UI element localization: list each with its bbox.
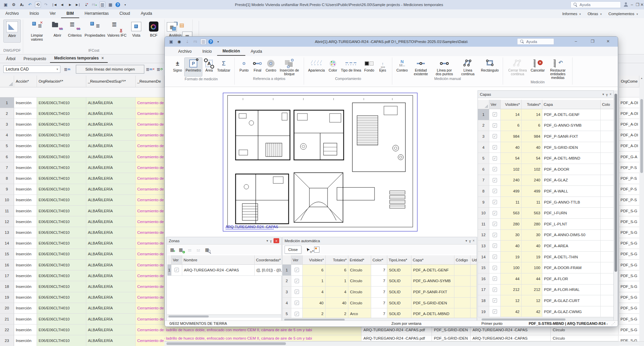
cell-orgrelacion[interactable]: E06/E06CLTH010 <box>37 270 86 281</box>
cell-visibles[interactable]: 40 <box>501 241 522 252</box>
table-row[interactable]: 19InserciónE06/E06CLTH010ALBAÑILERÍACerr… <box>0 292 164 303</box>
cell-color[interactable] <box>601 197 613 208</box>
cell-orgrelacion[interactable]: E06/E06CLTH010 <box>37 108 86 119</box>
cell-capa[interactable]: PDF_G-ANNO-TTLB <box>542 197 601 208</box>
cell-ver[interactable]: ✓ <box>291 308 303 318</box>
cell-orgrelacion[interactable]: E06/E06CLTH010 <box>37 97 86 108</box>
close-button[interactable]: ✕ <box>640 0 644 9</box>
menu-right-informes[interactable]: Informes ▾ <box>559 12 583 16</box>
cell-resumen[interactable]: Cerramiento de ladrillo de hueco doble, … <box>136 130 164 141</box>
cell-ver[interactable]: ✓ <box>489 219 501 230</box>
cell-accion[interactable]: Inserción <box>14 152 37 162</box>
cell-totales[interactable]: 2 <box>326 308 348 318</box>
cell-resumen[interactable]: Cerramiento de ladrillo de hueco doble, … <box>136 314 164 325</box>
f5-icon[interactable]: F5● <box>91 2 97 8</box>
medicion-header-codigo[interactable]: Código <box>454 255 470 265</box>
row-number[interactable]: 16 <box>0 260 14 270</box>
header-accion[interactable]: Acción* <box>14 76 37 87</box>
cell-visibles[interactable]: 30 <box>501 230 522 241</box>
checkbox-checked-icon[interactable]: ✓ <box>493 123 497 128</box>
línea-por-dos-puntos-button[interactable]: Línea por dos puntos <box>433 57 456 76</box>
cell-orgcome[interactable]: PDF_S-G <box>619 260 639 270</box>
capas-row[interactable]: 8✓499499PDF_A-WALL <box>478 186 613 197</box>
cell-orgrelacion[interactable]: E06/E06CLTH010 <box>37 249 86 260</box>
row-number[interactable]: 11 <box>478 219 489 230</box>
área-button[interactable]: AÁrea <box>202 57 216 76</box>
menu-herramientas[interactable]: Herramientas <box>79 9 114 18</box>
cell-accion[interactable]: Inserción <box>14 130 37 141</box>
cell-visibles[interactable]: 11 <box>501 197 522 208</box>
measure-refresh-icon[interactable]: ≣⟳ <box>156 65 164 73</box>
row-number[interactable]: 22 <box>0 325 14 335</box>
save-icon[interactable]: ▣ <box>3 2 9 8</box>
cell-orgrelacion[interactable]: E06/E06CLTH010 <box>37 216 86 227</box>
cell-ver[interactable]: ✓ <box>489 175 501 186</box>
measure-lines-icon[interactable]: ≣m <box>63 65 71 73</box>
checkbox-checked-icon[interactable]: ✓ <box>493 189 497 193</box>
medicion-header-ver[interactable]: Ver <box>291 255 303 265</box>
cell-resumen[interactable]: Cerramiento de ladrillo de hueco doble, … <box>136 97 164 108</box>
save-icon[interactable]: ▣ <box>168 39 174 45</box>
chart-icon[interactable]: ▥ <box>200 39 206 45</box>
cell-orgrelacion[interactable]: E06/E06CLTH010 <box>37 130 86 141</box>
cell-ver[interactable]: ✓ <box>489 241 501 252</box>
cell-resumendest[interactable]: ALBAÑILERÍA <box>86 216 136 227</box>
cell-orgcome[interactable]: PDF_A-DI <box>619 141 639 152</box>
pin-icon[interactable]: ┰ <box>469 239 471 243</box>
cell-ver[interactable]: ✓ <box>489 262 501 273</box>
cell-visibles[interactable]: 100 <box>501 262 522 273</box>
cell-visibles[interactable]: 2 <box>303 308 326 318</box>
cell-totales[interactable]: 42 <box>522 306 542 317</box>
cell-totales[interactable]: 6 <box>326 265 348 276</box>
resize-grip-icon[interactable]: ⋰ <box>611 321 615 327</box>
filter-subrow[interactable] <box>0 87 164 97</box>
header-orgrelacion[interactable]: OrgRelaciónᴷ* <box>37 76 86 87</box>
cell-ud[interactable] <box>470 298 477 309</box>
cell-capa[interactable]: PDF_G-ANNO-SYMB <box>542 120 601 131</box>
row-number[interactable]: 18 <box>0 281 14 292</box>
cell-totales[interactable]: 14 <box>522 109 542 120</box>
zonas-hscrollbar[interactable] <box>167 314 281 318</box>
checkbox-checked-icon[interactable]: ✓ <box>493 156 497 161</box>
cell-resumendest[interactable]: ALBAÑILERÍA <box>86 173 136 184</box>
capas-row[interactable]: 15✓100100PDF_A-DOOR-FRAM <box>478 262 613 273</box>
cell-visibles[interactable]: 1 <box>303 276 326 287</box>
cell-ver[interactable]: ✓ <box>489 142 501 153</box>
capas-row[interactable]: 18✓1212PDF_A-GLAZ-CURT <box>478 295 613 306</box>
cell-capa[interactable]: PDF_A-FLOR <box>542 273 601 285</box>
cell-orgrelacion[interactable]: E06/E06CLTH010 <box>37 292 86 303</box>
cell-resumen[interactable]: Cerramiento de ladrillo de hueco doble, … <box>136 281 164 292</box>
cell-totales[interactable]: 102 <box>522 164 542 175</box>
table-row[interactable]: 12InserciónE06/E06CLTH010ALBAÑILERÍACerr… <box>0 216 164 227</box>
table-row[interactable]: 1InserciónE06/E06CLTH010ALBAÑILERÍACerra… <box>0 97 164 108</box>
table-row[interactable]: 15InserciónE06/E06CLTH010ALBAÑILERÍACerr… <box>0 249 164 260</box>
capas-row[interactable]: 11✓280280PDF_L-PLNT <box>478 219 613 230</box>
pin-icon[interactable]: ┰ <box>270 239 272 243</box>
checkbox-checked-icon[interactable]: ✓ <box>493 309 497 314</box>
align-icon[interactable]: ⚌ <box>186 246 193 253</box>
row-number[interactable]: 19 <box>0 292 14 303</box>
cell-orgrelacion[interactable]: E06/E06CLTH010 <box>37 314 86 325</box>
cell-orgrelacion[interactable]: E06/E06CLTH010 <box>37 119 86 130</box>
cell-capa[interactable]: PDF_S-GRID-IDEN <box>411 298 454 309</box>
cell-resumendest[interactable]: ALBAÑILERÍA <box>86 141 136 152</box>
cell-resumen[interactable]: Cerramiento de ladrillo de hueco doble, … <box>136 195 164 206</box>
cell-orgrelacion[interactable]: E06/E06CLTH010 <box>37 238 86 249</box>
cell-ver[interactable]: ✓ <box>489 252 501 263</box>
cell-resumendest[interactable]: ALBAÑILERÍA <box>86 314 136 325</box>
cell-totales[interactable]: 19 <box>522 252 542 263</box>
row-number[interactable]: 11 <box>0 206 14 216</box>
cell-resumendest[interactable]: ALBAÑILERÍA <box>86 325 136 335</box>
cell-capa[interactable]: PDF_G-ANNO-SYMB <box>411 276 454 287</box>
capas-header-ver[interactable]: Ver <box>489 100 501 109</box>
scrollbar-thumb[interactable] <box>640 99 643 173</box>
next-record-icon[interactable]: ▶ <box>67 2 73 8</box>
cell-capa[interactable]: PDF_A-DOOR-FRAM <box>542 262 601 273</box>
capas-row[interactable]: 4✓4040PDF_S-GRID-IDEN <box>478 142 613 153</box>
row-number[interactable]: 2 <box>283 276 291 287</box>
cell-visibles[interactable]: 40 <box>501 142 522 153</box>
cell-totales[interactable]: 280 <box>522 219 542 230</box>
cell-resumendest[interactable]: ALBAÑILERÍA <box>86 292 136 303</box>
tab-mediciones-temporales[interactable]: Mediciones temporales× <box>50 54 108 63</box>
cell-visibles[interactable]: 54 <box>501 153 522 164</box>
